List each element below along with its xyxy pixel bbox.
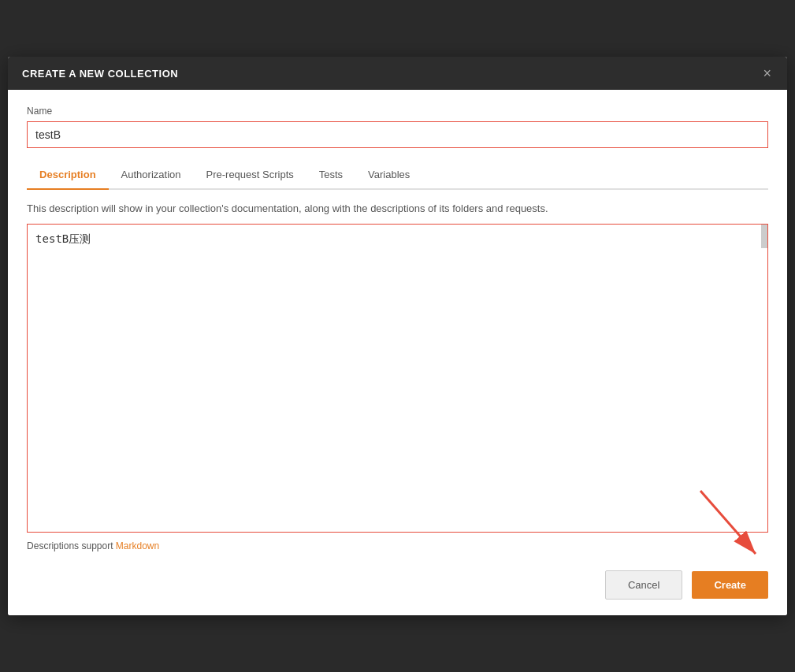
markdown-link[interactable]: Markdown xyxy=(116,540,159,551)
tab-variables[interactable]: Variables xyxy=(355,161,422,190)
modal-body: Name Description Authorization Pre-reque… xyxy=(8,90,787,561)
description-textarea[interactable]: testB压测 xyxy=(28,225,767,532)
modal-overlay: CREATE A NEW COLLECTION × Name Descripti… xyxy=(0,0,795,672)
name-input[interactable] xyxy=(27,121,768,148)
modal-dialog: CREATE A NEW COLLECTION × Name Descripti… xyxy=(8,57,787,615)
scrollbar xyxy=(761,225,767,248)
modal-header: CREATE A NEW COLLECTION × xyxy=(8,57,787,90)
tab-description[interactable]: Description xyxy=(27,161,109,190)
modal-title: CREATE A NEW COLLECTION xyxy=(22,68,178,80)
modal-footer: Cancel Create xyxy=(8,561,787,615)
description-hint: This description will show in your colle… xyxy=(27,202,768,214)
description-area-wrapper: testB压测 xyxy=(27,224,768,533)
name-label: Name xyxy=(27,106,768,117)
create-button[interactable]: Create xyxy=(692,571,767,599)
footer-wrapper: Cancel Create xyxy=(8,561,787,615)
cancel-button[interactable]: Cancel xyxy=(605,570,682,600)
tab-tests[interactable]: Tests xyxy=(306,161,355,190)
tabs-bar: Description Authorization Pre-request Sc… xyxy=(27,161,768,190)
tab-pre-request-scripts[interactable]: Pre-request Scripts xyxy=(194,161,306,190)
markdown-note: Descriptions support Markdown xyxy=(27,540,768,561)
tab-authorization[interactable]: Authorization xyxy=(109,161,194,190)
close-button[interactable]: × xyxy=(761,66,773,80)
